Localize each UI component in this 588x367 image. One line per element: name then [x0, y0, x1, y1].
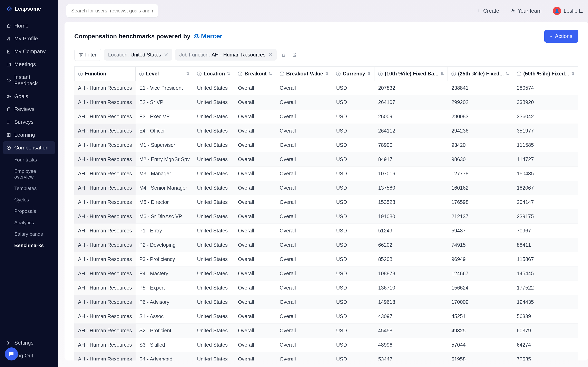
info-icon[interactable]: i [197, 72, 201, 76]
table-wrapper[interactable]: iFunction iLevel⇅ iLocation⇅ iBreakout⇅ … [65, 67, 588, 360]
table-row[interactable]: AH - Human ResourcesP6 - AdvisoryUnited … [74, 295, 579, 309]
nav-company[interactable]: My Company [3, 45, 55, 58]
col-function[interactable]: iFunction [74, 67, 136, 81]
cell-breakout: Overall [234, 124, 276, 138]
cell-breakout: Overall [234, 152, 276, 167]
subnav-analytics[interactable]: Analytics [11, 217, 55, 228]
table-row[interactable]: AH - Human ResourcesP4 - MasteryUnited S… [74, 267, 579, 281]
nav-compensation[interactable]: Compensation [3, 141, 55, 154]
nav-meetings[interactable]: Meetings [3, 58, 55, 71]
subnav-templates[interactable]: Templates [11, 183, 55, 194]
info-icon[interactable]: i [378, 72, 383, 76]
col-currency[interactable]: iCurrency⇅ [332, 67, 374, 81]
info-icon[interactable]: i [517, 72, 521, 76]
sort-icon[interactable]: ⇅ [325, 71, 329, 76]
nav-reviews[interactable]: Reviews [3, 103, 55, 116]
brand-logo[interactable]: Leapsome [0, 0, 58, 18]
table-row[interactable]: AH - Human ResourcesM6 - Sr Dir/Asc VPUn… [74, 209, 579, 224]
table-row[interactable]: AH - Human ResourcesM3 - ManagerUnited S… [74, 167, 579, 181]
table-row[interactable]: AH - Human ResourcesP2 - DevelopingUnite… [74, 238, 579, 252]
cell-p10: 66202 [374, 238, 448, 252]
cell-location: United States [193, 252, 234, 267]
col-location[interactable]: iLocation⇅ [193, 67, 234, 81]
leapsome-icon [7, 6, 12, 12]
filter-chip-job-function[interactable]: Job Function: AH - Human Resources ✕ [175, 49, 277, 60]
nav-goals[interactable]: Goals [3, 90, 55, 103]
col-level[interactable]: iLevel⇅ [136, 67, 193, 81]
delete-filters-button[interactable] [279, 51, 288, 59]
table-row[interactable]: AH - Human ResourcesS3 - SkilledUnited S… [74, 338, 579, 352]
info-icon[interactable]: i [238, 72, 242, 76]
page-title: Compensation benchmarks powered by Merce… [74, 33, 222, 40]
your-team-button[interactable]: Your team [507, 6, 545, 16]
subnav-benchmarks[interactable]: Benchmarks [11, 240, 55, 251]
subnav-cycles[interactable]: Cycles [11, 194, 55, 206]
cell-currency: USD [332, 352, 374, 360]
col-label: Currency [343, 71, 365, 77]
building-icon [7, 49, 11, 54]
col-breakout-value[interactable]: iBreakout Value⇅ [276, 67, 333, 81]
cell-breakout_value: Overall [276, 195, 333, 209]
filter-chip-location[interactable]: Location: United States ✕ [104, 49, 173, 60]
table-row[interactable]: AH - Human ResourcesM2 - Entry Mgr/Sr Sp… [74, 152, 579, 167]
nav-feedback[interactable]: Instant Feedback [3, 71, 55, 90]
table-row[interactable]: AH - Human ResourcesS1 - AssocUnited Sta… [74, 309, 579, 324]
user-menu[interactable]: 👤 Leslie L. [550, 5, 587, 17]
money-icon [7, 146, 11, 150]
cell-p50: 145445 [513, 267, 579, 281]
nav-surveys[interactable]: Surveys [3, 116, 55, 128]
cell-p25: 176598 [448, 195, 513, 209]
table-row[interactable]: AH - Human ResourcesP5 - ExpertUnited St… [74, 281, 579, 295]
info-icon[interactable]: i [78, 72, 83, 76]
info-icon[interactable]: i [336, 72, 341, 76]
sort-icon[interactable]: ⇅ [571, 71, 575, 76]
sort-icon[interactable]: ⇅ [440, 71, 444, 76]
close-icon[interactable]: ✕ [164, 52, 168, 58]
table-row[interactable]: AH - Human ResourcesE2 - Sr VPUnited Sta… [74, 95, 579, 109]
close-icon[interactable]: ✕ [268, 52, 273, 58]
info-icon[interactable]: i [280, 72, 284, 76]
cell-level: S1 - Assoc [136, 309, 193, 324]
nav-label: Learning [14, 132, 35, 138]
table-row[interactable]: AH - Human ResourcesS4 - AdvancedUnited … [74, 352, 579, 360]
chat-widget[interactable] [5, 347, 18, 360]
cell-breakout_value: Overall [276, 209, 333, 224]
actions-button[interactable]: Actions [544, 30, 579, 43]
cell-p50: 239175 [513, 209, 579, 224]
table-row[interactable]: AH - Human ResourcesP1 - EntryUnited Sta… [74, 224, 579, 238]
sort-icon[interactable]: ⇅ [367, 71, 371, 76]
nav-learning[interactable]: Learning [3, 128, 55, 141]
col-p10[interactable]: i(10th %'ile) Fixed Ba...⇅ [374, 67, 448, 81]
search-input[interactable] [66, 4, 158, 17]
table-row[interactable]: AH - Human ResourcesM5 - DirectorUnited … [74, 195, 579, 209]
table-row[interactable]: AH - Human ResourcesS2 - ProficientUnite… [74, 324, 579, 338]
nav-home[interactable]: Home [3, 19, 55, 32]
filter-button[interactable]: Filter [74, 49, 101, 61]
info-icon[interactable]: i [451, 72, 456, 76]
sort-icon[interactable]: ⇅ [506, 71, 509, 76]
cell-location: United States [193, 181, 234, 195]
subnav-your-tasks[interactable]: Your tasks [11, 154, 55, 166]
subnav-employee-overview[interactable]: Employee overview [11, 166, 55, 183]
subnav-proposals[interactable]: Proposals [11, 206, 55, 217]
table-row[interactable]: AH - Human ResourcesM1 - SupervisorUnite… [74, 138, 579, 152]
create-button[interactable]: Create [474, 6, 502, 16]
info-icon[interactable]: i [139, 72, 144, 76]
col-p25[interactable]: i(25th %'ile) Fixed...⇅ [448, 67, 513, 81]
col-breakout[interactable]: iBreakout⇅ [234, 67, 276, 81]
sort-icon[interactable]: ⇅ [186, 71, 190, 76]
cell-p10: 43097 [374, 309, 448, 324]
save-filters-button[interactable] [291, 51, 299, 59]
cell-function: AH - Human Resources [74, 324, 136, 338]
nav-profile[interactable]: My Profile [3, 32, 55, 45]
table-row[interactable]: AH - Human ResourcesM4 - Senior ManagerU… [74, 181, 579, 195]
sort-icon[interactable]: ⇅ [269, 71, 272, 76]
svg-point-10 [513, 10, 514, 11]
table-row[interactable]: AH - Human ResourcesE4 - OfficerUnited S… [74, 124, 579, 138]
subnav-salary-bands[interactable]: Salary bands [11, 228, 55, 240]
col-p50[interactable]: i(50th %'ile) Fixed...⇅ [513, 67, 579, 81]
table-row[interactable]: AH - Human ResourcesE3 - Exec VPUnited S… [74, 109, 579, 124]
table-row[interactable]: AH - Human ResourcesP3 - ProficiencyUnit… [74, 252, 579, 267]
sort-icon[interactable]: ⇅ [227, 71, 230, 76]
table-row[interactable]: AH - Human ResourcesE1 - Vice PresidentU… [74, 81, 579, 95]
